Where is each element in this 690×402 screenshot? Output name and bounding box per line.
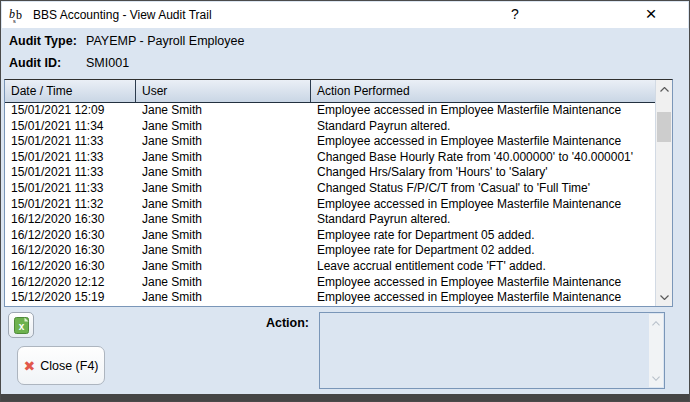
table-row[interactable]: 16/12/2020 16:30 Jane Smith Employee rat…	[5, 228, 655, 244]
cell-user: Jane Smith	[136, 181, 311, 197]
table-row[interactable]: 15/12/2020 15:19 Jane Smith Employee acc…	[5, 290, 655, 306]
cell-user: Jane Smith	[136, 103, 311, 119]
audit-id-label: Audit ID:	[9, 56, 61, 70]
close-button-label: Close (F4)	[40, 359, 98, 373]
cell-datetime: 15/12/2020 15:19	[5, 290, 136, 306]
table-row[interactable]: 15/01/2021 11:33 Jane Smith Employee acc…	[5, 134, 655, 150]
cell-action: Leave accrual entitlement code 'FT' adde…	[311, 259, 655, 275]
cell-action: Changed Hrs/Salary from 'Hours' to 'Sala…	[311, 165, 655, 181]
cell-action: Employee accessed in Employee Masterfile…	[311, 197, 655, 213]
table-row[interactable]: 15/01/2021 12:09 Jane Smith Employee acc…	[5, 103, 655, 119]
scrollbar-thumb[interactable]	[657, 112, 671, 142]
table-row[interactable]: 15/01/2021 11:33 Jane Smith Changed Base…	[5, 150, 655, 166]
cell-user: Jane Smith	[136, 150, 311, 166]
cell-user: Jane Smith	[136, 197, 311, 213]
cell-datetime: 15/01/2021 11:33	[5, 150, 136, 166]
cell-datetime: 16/12/2020 16:30	[5, 259, 136, 275]
help-button[interactable]: ?	[498, 1, 532, 27]
table-row[interactable]: 15/01/2021 11:32 Jane Smith Employee acc…	[5, 197, 655, 213]
action-scroll-up-icon	[649, 316, 663, 330]
action-scroll-down-icon	[649, 371, 663, 385]
cell-action: Employee accessed in Employee Masterfile…	[311, 275, 655, 291]
audit-trail-dialog: b b s BBS Accounting - View Audit Trail …	[0, 0, 690, 402]
audit-table-panel: Date / Time User Action Performed 15/01/…	[4, 79, 673, 307]
cell-user: Jane Smith	[136, 228, 311, 244]
audit-type-label: Audit Type:	[9, 34, 77, 48]
audit-table-header: Date / Time User Action Performed	[5, 80, 655, 103]
cell-action: Employee rate for Department 02 added.	[311, 243, 655, 259]
window-close-button[interactable]: ×	[634, 1, 668, 27]
cell-action: Changed Base Hourly Rate from '40.000000…	[311, 150, 655, 166]
export-to-excel-button[interactable]: x	[8, 312, 34, 338]
cell-action: Employee accessed in Employee Masterfile…	[311, 290, 655, 306]
cell-datetime: 16/12/2020 16:30	[5, 243, 136, 259]
svg-text:s: s	[13, 17, 16, 24]
column-header-user[interactable]: User	[136, 80, 311, 102]
cell-action: Changed Status F/P/C/T from 'Casual' to …	[311, 181, 655, 197]
window-title: BBS Accounting - View Audit Trail	[33, 8, 212, 22]
table-scrollbar[interactable]	[655, 80, 672, 306]
audit-type-value: PAYEMP - Payroll Employee	[86, 34, 244, 48]
cell-datetime: 16/12/2020 12:12	[5, 275, 136, 291]
cell-user: Jane Smith	[136, 259, 311, 275]
cell-user: Jane Smith	[136, 243, 311, 259]
background-window-edge	[1, 394, 689, 401]
scroll-up-icon[interactable]	[656, 81, 672, 97]
table-row[interactable]: 16/12/2020 16:30 Jane Smith Leave accrua…	[5, 259, 655, 275]
cell-datetime: 15/01/2021 11:34	[5, 119, 136, 135]
scroll-down-icon[interactable]	[656, 289, 672, 305]
cell-datetime: 15/01/2021 12:09	[5, 103, 136, 119]
cell-user: Jane Smith	[136, 119, 311, 135]
cell-action: Standard Payrun altered.	[311, 119, 655, 135]
excel-icon: x	[13, 317, 30, 334]
close-f4-button[interactable]: ✖ Close (F4)	[17, 346, 105, 385]
column-header-datetime[interactable]: Date / Time	[5, 80, 136, 102]
cell-datetime: 16/12/2020 16:30	[5, 228, 136, 244]
action-text-field[interactable]	[319, 312, 665, 389]
cell-datetime: 15/01/2021 11:32	[5, 197, 136, 213]
title-bar: b b s BBS Accounting - View Audit Trail	[2, 2, 688, 28]
table-row[interactable]: 16/12/2020 16:30 Jane Smith Standard Pay…	[5, 212, 655, 228]
audit-table-body: 15/01/2021 12:09 Jane Smith Employee acc…	[5, 103, 655, 306]
cell-action: Employee accessed in Employee Masterfile…	[311, 103, 655, 119]
cell-datetime: 16/12/2020 16:30	[5, 212, 136, 228]
svg-text:b: b	[16, 8, 22, 22]
table-row[interactable]: 16/12/2020 12:12 Jane Smith Employee acc…	[5, 275, 655, 291]
svg-text:x: x	[18, 320, 24, 331]
cell-datetime: 15/01/2021 11:33	[5, 165, 136, 181]
cell-action: Employee accessed in Employee Masterfile…	[311, 134, 655, 150]
cell-user: Jane Smith	[136, 165, 311, 181]
table-row[interactable]: 15/01/2021 11:33 Jane Smith Changed Hrs/…	[5, 165, 655, 181]
cell-datetime: 15/01/2021 11:33	[5, 134, 136, 150]
table-row[interactable]: 15/01/2021 11:34 Jane Smith Standard Pay…	[5, 119, 655, 135]
cell-user: Jane Smith	[136, 275, 311, 291]
cell-user: Jane Smith	[136, 290, 311, 306]
action-field-scrollbar	[649, 314, 663, 387]
red-x-icon: ✖	[23, 359, 35, 373]
cell-action: Standard Payrun altered.	[311, 212, 655, 228]
action-field-label: Action:	[239, 316, 309, 330]
cell-datetime: 15/01/2021 11:33	[5, 181, 136, 197]
column-header-action[interactable]: Action Performed	[311, 80, 655, 102]
cell-user: Jane Smith	[136, 134, 311, 150]
app-logo-icon: b b s	[9, 7, 27, 23]
table-row[interactable]: 15/01/2021 11:33 Jane Smith Changed Stat…	[5, 181, 655, 197]
cell-action: Employee rate for Department 05 added.	[311, 228, 655, 244]
table-row[interactable]: 16/12/2020 16:30 Jane Smith Employee rat…	[5, 243, 655, 259]
cell-user: Jane Smith	[136, 212, 311, 228]
audit-id-value: SMI001	[86, 56, 129, 70]
